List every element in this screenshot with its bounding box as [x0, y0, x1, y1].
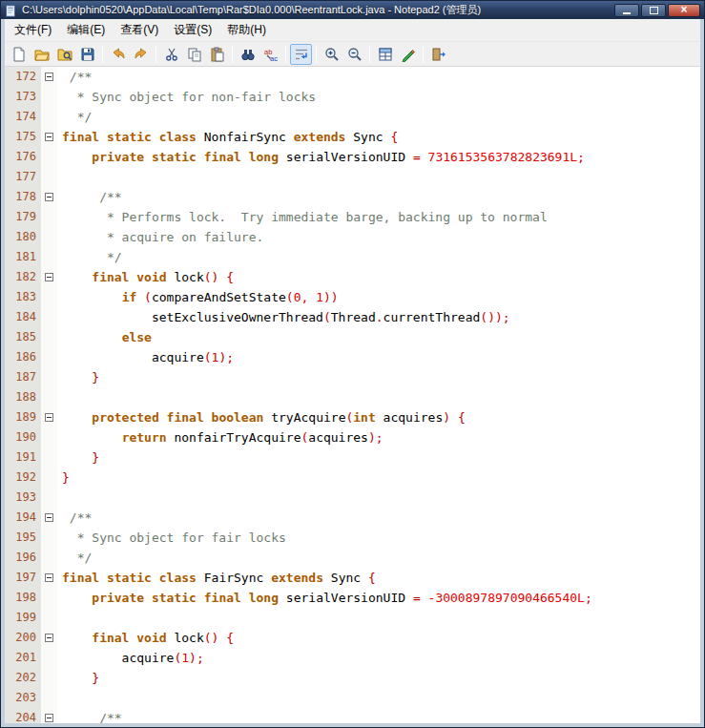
code-text[interactable]: private static final long serialVersionU… — [57, 588, 700, 608]
code-text[interactable]: acquire(1); — [57, 648, 700, 668]
open-file-button[interactable] — [31, 44, 52, 65]
exit-button[interactable] — [427, 44, 449, 65]
line-number[interactable]: 174 — [5, 107, 41, 127]
code-text[interactable]: final void lock() { — [57, 267, 700, 287]
line-number[interactable]: 173 — [5, 87, 41, 107]
fold-collapse-icon[interactable] — [45, 133, 53, 141]
line-number[interactable]: 193 — [5, 488, 41, 508]
line-number[interactable]: 203 — [5, 688, 41, 708]
code-text[interactable]: } — [57, 447, 700, 468]
code-text[interactable]: } — [57, 468, 700, 488]
app-icon[interactable] — [5, 4, 17, 16]
fold-collapse-icon[interactable] — [45, 513, 53, 522]
menu-item-help[interactable]: 帮助(H) — [219, 18, 274, 42]
code-text[interactable]: /** — [57, 508, 700, 528]
code-text[interactable]: } — [57, 668, 700, 688]
line-number[interactable]: 179 — [5, 207, 41, 227]
code-text[interactable] — [57, 387, 700, 407]
code-text[interactable]: setExclusiveOwnerThread(Thread.currentTh… — [57, 307, 700, 327]
undo-button[interactable] — [107, 44, 129, 65]
zoom-out-button[interactable] — [343, 44, 365, 65]
menu-item-view[interactable]: 查看(V) — [113, 18, 166, 42]
line-number[interactable]: 198 — [5, 588, 41, 608]
line-number[interactable]: 178 — [5, 187, 41, 207]
menu-item-settings[interactable]: 设置(S) — [166, 18, 219, 42]
code-text[interactable]: final static class FairSync extends Sync… — [57, 568, 700, 588]
line-number[interactable]: 191 — [5, 447, 41, 468]
copy-button[interactable] — [183, 44, 205, 65]
code-text[interactable]: */ — [57, 107, 700, 127]
code-text[interactable] — [57, 688, 700, 708]
code-text[interactable] — [57, 608, 700, 628]
line-number[interactable]: 189 — [5, 407, 41, 427]
line-number[interactable]: 172 — [5, 67, 41, 87]
line-number[interactable]: 183 — [5, 287, 41, 307]
cut-button[interactable] — [160, 44, 182, 65]
code-text[interactable]: /** — [57, 708, 700, 723]
save-file-button[interactable] — [76, 44, 98, 65]
code-text[interactable]: * Sync object for non-fair locks — [57, 87, 700, 107]
code-text[interactable]: * Performs lock. Try immediate barge, ba… — [57, 207, 700, 227]
line-number[interactable]: 177 — [5, 167, 41, 187]
code-text[interactable] — [57, 167, 700, 187]
line-number[interactable]: 176 — [5, 147, 41, 167]
line-number[interactable]: 180 — [5, 227, 41, 247]
code-text[interactable]: */ — [57, 247, 700, 267]
line-number[interactable]: 195 — [5, 528, 41, 548]
code-text[interactable]: final static class NonfairSync extends S… — [57, 127, 700, 147]
find-button[interactable] — [237, 44, 259, 65]
line-number[interactable]: 197 — [5, 568, 41, 588]
code-text[interactable]: * acquire on failure. — [57, 227, 700, 247]
line-number[interactable]: 202 — [5, 668, 41, 688]
replace-button[interactable]: abac — [259, 44, 281, 65]
code-text[interactable] — [57, 488, 700, 508]
line-number[interactable]: 184 — [5, 307, 41, 327]
line-number[interactable]: 199 — [5, 608, 41, 628]
line-number[interactable]: 190 — [5, 427, 41, 447]
editor[interactable]: 172 /**173 * Sync object for non-fair lo… — [5, 67, 700, 723]
close-button[interactable] — [668, 4, 700, 17]
code-text[interactable]: * Sync object for fair locks — [57, 528, 700, 548]
code-text[interactable]: acquire(1); — [57, 347, 700, 367]
redo-button[interactable] — [130, 44, 152, 65]
code-text[interactable]: } — [57, 367, 700, 387]
line-number[interactable]: 182 — [5, 267, 41, 287]
line-number[interactable]: 188 — [5, 387, 41, 407]
fold-collapse-icon[interactable] — [45, 634, 53, 642]
line-number[interactable]: 181 — [5, 247, 41, 267]
code-text[interactable]: protected final boolean tryAcquire(int a… — [57, 407, 700, 427]
line-number[interactable]: 175 — [5, 127, 41, 147]
view-schemes-button[interactable] — [374, 44, 396, 65]
line-number[interactable]: 187 — [5, 367, 41, 387]
code-text[interactable]: return nonfairTryAcquire(acquires); — [57, 427, 700, 447]
code-text[interactable]: final void lock() { — [57, 628, 700, 648]
code-text[interactable]: else — [57, 327, 700, 347]
code-text[interactable]: private static final long serialVersionU… — [57, 147, 700, 167]
line-number[interactable]: 201 — [5, 648, 41, 668]
zoom-in-button[interactable] — [321, 44, 342, 65]
paste-button[interactable] — [206, 44, 228, 65]
code-text[interactable]: */ — [57, 548, 700, 568]
line-number[interactable]: 200 — [5, 628, 41, 648]
customize-schemes-button[interactable] — [397, 44, 419, 65]
line-number[interactable]: 194 — [5, 508, 41, 528]
line-number[interactable]: 196 — [5, 548, 41, 568]
new-file-button[interactable] — [8, 44, 30, 65]
menu-item-file[interactable]: 文件(F) — [7, 18, 59, 42]
browse-file-button[interactable] — [53, 44, 75, 65]
minimize-button[interactable] — [614, 4, 639, 17]
line-number[interactable]: 204 — [5, 708, 41, 723]
fold-collapse-icon[interactable] — [45, 573, 53, 582]
line-number[interactable]: 186 — [5, 347, 41, 367]
fold-collapse-icon[interactable] — [45, 413, 53, 422]
menu-item-edit[interactable]: 编辑(E) — [59, 18, 113, 42]
fold-collapse-icon[interactable] — [45, 273, 53, 281]
code-text[interactable]: /** — [57, 67, 700, 87]
code-text[interactable]: /** — [57, 187, 700, 207]
line-number[interactable]: 185 — [5, 327, 41, 347]
maximize-button[interactable] — [641, 4, 666, 17]
fold-collapse-icon[interactable] — [45, 73, 53, 81]
fold-collapse-icon[interactable] — [45, 714, 53, 722]
line-number[interactable]: 192 — [5, 468, 41, 488]
title-bar[interactable]: C:\Users\dolphin0520\AppData\Local\Temp\… — [1, 1, 704, 19]
